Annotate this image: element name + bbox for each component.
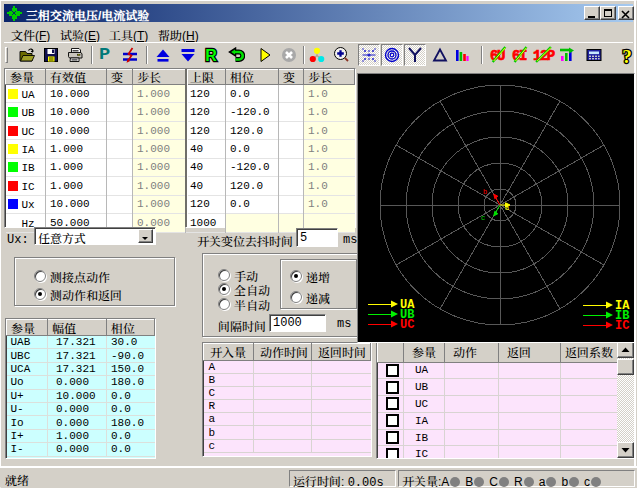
svg-text:?: ? xyxy=(622,47,632,65)
svg-text:IC: IC xyxy=(615,319,629,333)
svg-text:b: b xyxy=(483,188,487,196)
svg-text:R: R xyxy=(205,47,217,63)
svg-text:c: c xyxy=(481,214,485,222)
svg-text:a: a xyxy=(505,204,509,212)
svg-text:UC: UC xyxy=(400,318,414,332)
